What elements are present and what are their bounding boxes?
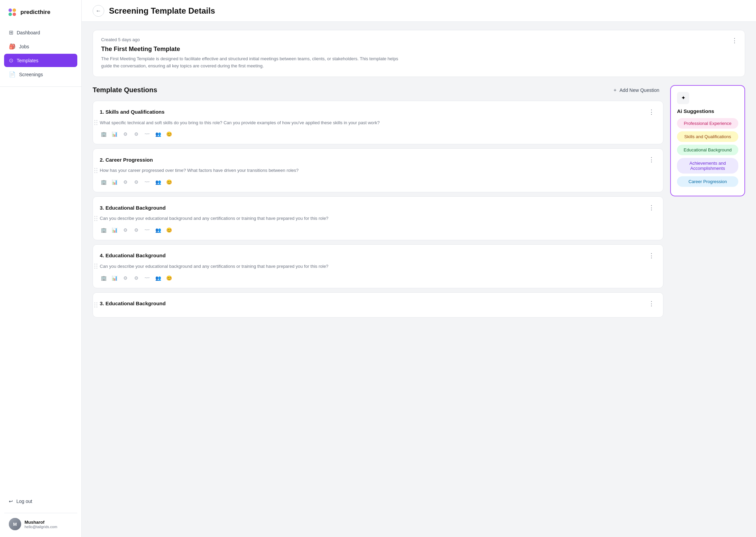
ai-suggestions-title: Ai Suggestions (677, 108, 738, 114)
user-info: Musharof hello@tailgrids.com (25, 520, 57, 529)
templates-icon: ⊙ (9, 57, 13, 64)
icon-filter2[interactable]: ⚙ (132, 274, 140, 282)
icon-filter1[interactable]: ⚙ (122, 130, 129, 138)
suggestion-chip-1[interactable]: Skills and Qualifications (677, 131, 738, 142)
question-header-1: 1. Skills and Qualifications ⋮ (100, 107, 656, 117)
suggestion-chip-3[interactable]: Achievements and Accomplishments (677, 158, 738, 174)
question-menu-4[interactable]: ⋮ (647, 251, 656, 260)
sidebar-footer: ↩ Log out M Musharof hello@tailgrids.com (0, 495, 81, 530)
icon-people[interactable]: 👥 (154, 226, 162, 234)
icon-chart[interactable]: 📊 (111, 130, 118, 138)
question-card-1: 1. Skills and Qualifications ⋮ What spec… (93, 101, 663, 145)
ai-suggestions-card: ✦ Ai Suggestions Professional Experience… (670, 85, 745, 196)
jobs-icon: 🎒 (9, 43, 16, 50)
question-number-4: 4. Educational Background (100, 253, 166, 258)
question-menu-1[interactable]: ⋮ (647, 107, 656, 117)
icon-people[interactable]: 👥 (154, 274, 162, 282)
question-icons-2: 🏢 📊 ⚙ ⚙ 〰 👥 😊 (100, 178, 656, 186)
template-menu-button[interactable]: ⋮ (730, 36, 739, 45)
question-icons-3: 🏢 📊 ⚙ ⚙ 〰 👥 😊 (100, 226, 656, 234)
nav-list: ⊞ Dashboard 🎒 Jobs ⊙ Templates 📄 Screeni… (0, 26, 81, 81)
icon-chart[interactable]: 📊 (111, 178, 118, 186)
question-text-4: Can you describe your educational backgr… (100, 263, 656, 270)
icon-building[interactable]: 🏢 (100, 178, 107, 186)
icon-emoji[interactable]: 😊 (165, 226, 173, 234)
icon-emoji[interactable]: 😊 (165, 274, 173, 282)
question-icons-1: 🏢 📊 ⚙ ⚙ 〰 👥 😊 (100, 130, 656, 138)
question-card-2: 2. Career Progression ⋮ How has your car… (93, 148, 663, 192)
question-number-5: 3. Educational Background (100, 300, 166, 306)
questions-title: Template Questions (93, 86, 157, 94)
icon-wave[interactable]: 〰 (143, 130, 151, 138)
question-header-3: 3. Educational Background ⋮ (100, 203, 656, 212)
dashboard-icon: ⊞ (9, 29, 13, 36)
question-card-5: 3. Educational Background ⋮ (93, 292, 663, 318)
avatar-image: M (9, 518, 21, 530)
add-question-button[interactable]: ＋ Add New Question (609, 85, 663, 95)
icon-filter1[interactable]: ⚙ (122, 226, 129, 234)
ai-suggestions-sidebar: ✦ Ai Suggestions Professional Experience… (670, 85, 745, 322)
question-menu-5[interactable]: ⋮ (647, 299, 656, 308)
icon-filter2[interactable]: ⚙ (132, 226, 140, 234)
add-question-label: Add New Question (619, 87, 659, 93)
icon-filter2[interactable]: ⚙ (132, 178, 140, 186)
suggestion-chip-4[interactable]: Career Progression (677, 176, 738, 187)
icon-chart[interactable]: 📊 (111, 274, 118, 282)
logout-icon: ↩ (9, 499, 13, 504)
sidebar-item-templates[interactable]: ⊙ Templates (4, 54, 77, 67)
drag-handle-1[interactable] (92, 118, 99, 126)
logout-button[interactable]: ↩ Log out (4, 495, 77, 507)
icon-wave[interactable]: 〰 (143, 178, 151, 186)
icon-building[interactable]: 🏢 (100, 274, 107, 282)
logo: predicthire (0, 7, 81, 26)
add-icon: ＋ (613, 87, 617, 93)
question-card-3: 3. Educational Background ⋮ Can you desc… (93, 196, 663, 240)
question-text-3: Can you describe your educational backgr… (100, 215, 656, 222)
icon-emoji[interactable]: 😊 (165, 130, 173, 138)
app-name: predicthire (20, 9, 50, 16)
page-title: Screening Template Details (109, 6, 215, 16)
questions-section: Template Questions ＋ Add New Question (93, 85, 745, 322)
drag-handle-5[interactable] (92, 301, 99, 309)
logout-label: Log out (16, 499, 32, 504)
icon-building[interactable]: 🏢 (100, 130, 107, 138)
user-email: hello@tailgrids.com (25, 525, 57, 529)
suggestion-chip-2[interactable]: Educational Background (677, 145, 738, 155)
sidebar-item-dashboard[interactable]: ⊞ Dashboard (4, 26, 77, 39)
icon-emoji[interactable]: 😊 (165, 178, 173, 186)
question-text-2: How has your career progressed over time… (100, 167, 656, 174)
template-description: The First Meeting Template is designed t… (101, 55, 408, 70)
questions-main: Template Questions ＋ Add New Question (93, 85, 663, 322)
drag-handle-2[interactable] (92, 166, 99, 174)
icon-people[interactable]: 👥 (154, 178, 162, 186)
svg-point-2 (9, 13, 12, 16)
question-number-3: 3. Educational Background (100, 205, 166, 211)
icon-filter2[interactable]: ⚙ (132, 130, 140, 138)
drag-handle-4[interactable] (92, 262, 99, 270)
question-header-4: 4. Educational Background ⋮ (100, 251, 656, 260)
svg-point-3 (13, 13, 16, 16)
icon-chart[interactable]: 📊 (111, 226, 118, 234)
avatar: M (9, 518, 21, 530)
sidebar-divider (0, 86, 81, 87)
drag-handle-3[interactable] (92, 214, 99, 222)
question-menu-2[interactable]: ⋮ (647, 155, 656, 164)
back-button[interactable]: ← (93, 5, 104, 17)
icon-filter1[interactable]: ⚙ (122, 274, 129, 282)
suggestion-chip-0[interactable]: Professional Experience (677, 118, 738, 129)
sidebar-item-jobs[interactable]: 🎒 Jobs (4, 40, 77, 53)
icon-people[interactable]: 👥 (154, 130, 162, 138)
icon-building[interactable]: 🏢 (100, 226, 107, 234)
sidebar-item-label-templates: Templates (17, 58, 38, 63)
sidebar-item-label-dashboard: Dashboard (17, 30, 40, 35)
top-bar: ← Screening Template Details (82, 0, 756, 22)
question-header-5: 3. Educational Background ⋮ (100, 299, 656, 308)
template-info-card: ⋮ Created 5 days ago The First Meeting T… (93, 30, 745, 77)
icon-filter1[interactable]: ⚙ (122, 178, 129, 186)
icon-wave[interactable]: 〰 (143, 274, 151, 282)
logo-icon (7, 7, 18, 18)
sidebar-item-label-screenings: Screenings (19, 72, 43, 77)
sidebar-item-screenings[interactable]: 📄 Screenings (4, 68, 77, 81)
question-menu-3[interactable]: ⋮ (647, 203, 656, 212)
icon-wave[interactable]: 〰 (143, 226, 151, 234)
